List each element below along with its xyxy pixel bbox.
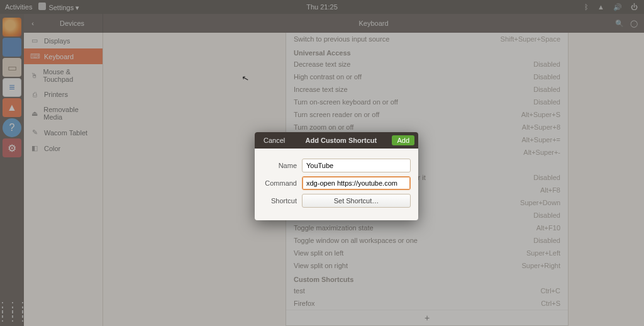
command-input[interactable] (302, 176, 411, 190)
command-label: Command (262, 179, 297, 187)
dialog-title: Add Custom Shortcut (290, 137, 392, 144)
set-shortcut-button[interactable]: Set Shortcut… (302, 194, 411, 208)
add-button[interactable]: Add (392, 135, 414, 145)
cancel-button[interactable]: Cancel (258, 135, 290, 145)
name-label: Name (262, 162, 297, 169)
shortcut-label: Shortcut (262, 197, 297, 205)
name-input[interactable] (302, 159, 411, 172)
add-shortcut-dialog: Cancel Add Custom Shortcut Add Name Comm… (255, 132, 418, 220)
